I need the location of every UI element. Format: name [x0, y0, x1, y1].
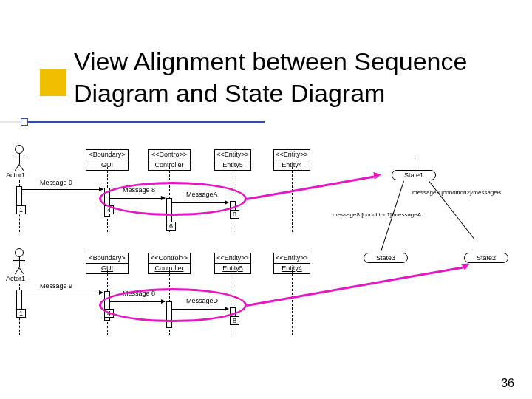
highlight-ellipse	[99, 288, 247, 322]
alignment-diagram: Actor1 <Boundary> GUI <<Contro>> Control…	[0, 140, 532, 377]
actor-arms	[13, 157, 25, 157]
seq-number: 8	[230, 316, 239, 325]
actor-leg	[15, 164, 20, 171]
state-node: State1	[392, 170, 436, 180]
transition-label: message8 [condition2]/messageB	[412, 189, 501, 196]
stereotype: <<Entity>>	[274, 150, 310, 160]
seq-number: 6	[166, 222, 176, 231]
highlight-arrow	[247, 175, 377, 200]
lifeline	[292, 270, 293, 335]
transition-label: message8 [condition1]/messageA	[332, 211, 421, 218]
message-label: Message 9	[40, 179, 72, 186]
stereotype: <<Contro>>	[149, 150, 190, 160]
stereotype: <Boundary>	[86, 150, 128, 160]
actor-leg	[15, 267, 20, 274]
stereotype: <<Entity>>	[274, 253, 310, 264]
actor-head-icon	[15, 145, 24, 154]
slide-number: 36	[501, 377, 514, 390]
actor-body	[19, 257, 20, 267]
actor-label: Actor1	[6, 171, 25, 179]
seq-number: 1	[16, 205, 26, 214]
actor-leg	[19, 267, 24, 274]
actor-leg	[19, 164, 24, 171]
arrow-head-icon	[99, 290, 103, 295]
stereotype: <Boundary>	[86, 253, 128, 264]
slide-title: View Alignment between Sequence Diagram …	[74, 46, 517, 109]
state-node: State2	[464, 253, 508, 263]
state-node: State3	[364, 253, 408, 263]
message-label: Message 9	[40, 282, 72, 290]
arrow-head-icon	[99, 187, 103, 191]
decorative-square	[40, 69, 66, 96]
stereotype: <<Entity>>	[215, 150, 250, 160]
state-incoming	[417, 158, 417, 168]
decorative-marker	[21, 118, 28, 126]
actor-arms	[13, 260, 25, 261]
actor-head-icon	[15, 248, 24, 257]
decorative-bar	[28, 121, 265, 123]
seq-number: 8	[230, 210, 239, 219]
lifeline	[292, 167, 293, 232]
message-arrow	[22, 293, 103, 293]
actor-label: Actor1	[6, 275, 25, 282]
stereotype: <<Control>>	[149, 253, 190, 264]
actor-body	[19, 154, 20, 164]
stereotype: <<Entity>>	[215, 253, 250, 264]
seq-number: 1	[16, 309, 26, 318]
highlight-ellipse	[99, 182, 247, 216]
highlight-arrow-head-icon	[373, 171, 382, 180]
message-arrow	[22, 189, 103, 190]
